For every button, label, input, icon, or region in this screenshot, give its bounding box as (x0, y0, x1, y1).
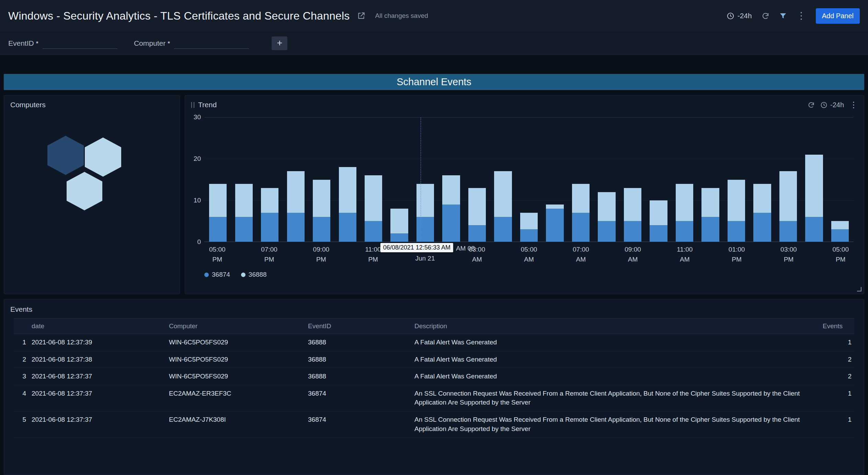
bar-segment-36888 (416, 184, 434, 217)
eventid-filter-input[interactable] (43, 38, 117, 49)
filter-bar: EventID * Computer * + (0, 32, 868, 55)
bar-stack (728, 118, 745, 242)
x-axis-label: 11:00AM (677, 245, 693, 264)
trend-bar[interactable] (386, 118, 412, 242)
cell-date: 2021-06-08 12:37:39 (29, 334, 166, 351)
honeycomb-chart (4, 112, 180, 264)
cell-eventid: 36874 (305, 385, 412, 411)
legend-dot (241, 273, 245, 277)
trend-bar[interactable] (283, 118, 308, 242)
x-axis-label: 07:00PM (261, 245, 277, 264)
bar-stack (598, 118, 615, 242)
legend-label: 36888 (249, 271, 267, 278)
table-row[interactable]: 42021-06-08 12:37:37EC2AMAZ-ER3EF3C36874… (14, 385, 854, 411)
legend-item[interactable]: 36874 (204, 271, 230, 278)
trend-plot (204, 117, 854, 242)
bar-stack (650, 118, 667, 242)
trend-bar[interactable] (697, 118, 723, 242)
hexagon-light[interactable] (85, 137, 121, 177)
column-header-date[interactable]: date (29, 319, 166, 334)
computers-panel: Computers (4, 95, 180, 294)
bar-segment-36888 (261, 188, 278, 213)
bar-stack (339, 118, 356, 242)
table-row[interactable]: 12021-06-08 12:37:39WIN-6C5PO5FS02936888… (14, 334, 854, 351)
trend-bar[interactable] (438, 118, 464, 242)
bar-segment-36888 (235, 184, 253, 217)
x-axis-label: 01:00PM (729, 245, 745, 264)
clock-icon[interactable] (820, 101, 827, 109)
bar-segment-36888 (494, 171, 512, 217)
trend-bar[interactable] (309, 118, 334, 242)
bar-stack (753, 118, 771, 242)
computer-filter-input[interactable] (174, 38, 249, 49)
trend-bar[interactable] (464, 118, 490, 242)
bar-segment-36888 (468, 188, 486, 225)
bar-segment-36888 (365, 175, 382, 221)
cell-computer: EC2AMAZ-ER3EF3C (166, 385, 305, 411)
trend-panel: Trend -24h ⋮ 3020100 05:00PM07:00PM09 (185, 95, 864, 294)
column-header-events[interactable]: Events (820, 319, 854, 334)
trend-bar[interactable] (412, 118, 438, 242)
trend-bar[interactable] (542, 118, 568, 242)
bar-segment-36888 (779, 171, 797, 221)
section-header-panel: Schannel Events (4, 74, 864, 90)
cell-computer: WIN-6C5PO5FS029 (166, 334, 305, 351)
resize-handle[interactable] (857, 287, 861, 291)
bar-segment-36888 (598, 192, 615, 221)
trend-bar[interactable] (516, 118, 542, 242)
add-filter-button[interactable]: + (272, 36, 287, 50)
hexagon-light[interactable] (67, 172, 102, 210)
bar-stack (572, 118, 590, 242)
trend-bar[interactable] (334, 118, 360, 242)
trend-bar[interactable] (361, 118, 386, 242)
column-header-computer[interactable]: Computer (166, 319, 305, 334)
cell-events: 1 (820, 385, 854, 411)
trend-bar[interactable] (775, 118, 801, 242)
bar-segment-36874 (598, 221, 615, 242)
cell-index: 3 (14, 368, 29, 385)
trend-bar[interactable] (672, 118, 697, 242)
trend-bar[interactable] (620, 118, 646, 242)
trend-bar[interactable] (568, 118, 594, 242)
legend-item[interactable]: 36888 (241, 271, 267, 278)
column-header-eventid[interactable]: EventID (305, 319, 412, 334)
trend-bar[interactable] (205, 118, 231, 242)
trend-panel-controls: -24h ⋮ (808, 101, 858, 109)
time-range-control[interactable]: -24h (727, 12, 752, 20)
trend-bar[interactable] (646, 118, 671, 242)
trend-bar[interactable] (257, 118, 283, 242)
bar-segment-36874 (339, 213, 356, 242)
table-row[interactable]: 22021-06-08 12:37:38WIN-6C5PO5FS02936888… (14, 351, 854, 368)
column-header-description[interactable]: Description (412, 319, 820, 334)
bar-stack (390, 118, 408, 242)
trend-time-range[interactable]: -24h (830, 101, 844, 109)
share-icon[interactable] (357, 11, 366, 20)
table-row[interactable]: 32021-06-08 12:37:37WIN-6C5PO5FS02936888… (14, 368, 854, 385)
trend-bar[interactable] (749, 118, 775, 242)
trend-bar[interactable] (231, 118, 256, 242)
drag-handle-icon[interactable] (191, 102, 194, 108)
trend-bar[interactable] (723, 118, 749, 242)
filter-icon[interactable] (779, 12, 787, 20)
bar-segment-36888 (701, 188, 719, 217)
cell-events: 2 (820, 351, 854, 368)
trend-bars (204, 118, 854, 242)
kebab-menu-icon[interactable]: ⋮ (849, 101, 858, 109)
bar-stack (209, 118, 227, 242)
bar-segment-36888 (624, 188, 641, 221)
trend-bar[interactable] (801, 118, 827, 242)
bar-segment-36874 (390, 233, 408, 242)
refresh-icon[interactable] (762, 12, 769, 20)
table-row[interactable]: 52021-06-08 12:37:37EC2AMAZ-J7K308I36874… (14, 411, 854, 437)
bar-segment-36888 (313, 180, 330, 217)
x-axis-label: 03:00AM (469, 245, 485, 264)
trend-bar[interactable] (827, 118, 853, 242)
legend-label: 36874 (212, 271, 230, 278)
trend-bar[interactable] (490, 118, 516, 242)
kebab-menu-icon[interactable]: ⋮ (797, 11, 806, 21)
add-panel-button[interactable]: Add Panel (816, 8, 860, 24)
hexagon-dark[interactable] (47, 136, 84, 175)
x-axis-label: 03:00PM (780, 245, 797, 264)
trend-bar[interactable] (594, 118, 619, 242)
refresh-icon[interactable] (808, 101, 815, 109)
